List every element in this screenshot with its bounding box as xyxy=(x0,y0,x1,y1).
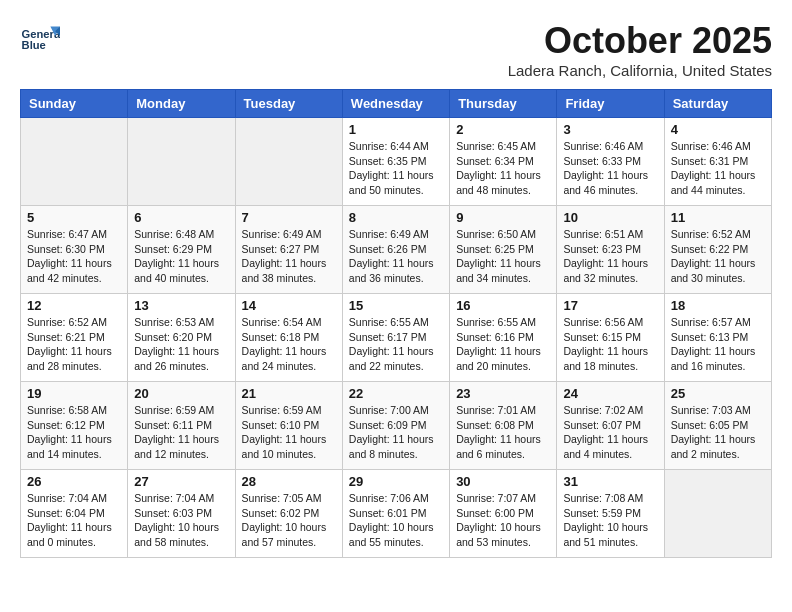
calendar-week-row: 1Sunrise: 6:44 AM Sunset: 6:35 PM Daylig… xyxy=(21,118,772,206)
weekday-header-row: SundayMondayTuesdayWednesdayThursdayFrid… xyxy=(21,90,772,118)
calendar-cell: 29Sunrise: 7:06 AM Sunset: 6:01 PM Dayli… xyxy=(342,470,449,558)
calendar-cell: 10Sunrise: 6:51 AM Sunset: 6:23 PM Dayli… xyxy=(557,206,664,294)
day-info: Sunrise: 6:57 AM Sunset: 6:13 PM Dayligh… xyxy=(671,315,765,374)
day-number: 4 xyxy=(671,122,765,137)
calendar-week-row: 12Sunrise: 6:52 AM Sunset: 6:21 PM Dayli… xyxy=(21,294,772,382)
calendar-cell: 4Sunrise: 6:46 AM Sunset: 6:31 PM Daylig… xyxy=(664,118,771,206)
title-block: October 2025 Ladera Ranch, California, U… xyxy=(508,20,772,79)
day-number: 16 xyxy=(456,298,550,313)
calendar-cell xyxy=(128,118,235,206)
day-info: Sunrise: 6:49 AM Sunset: 6:26 PM Dayligh… xyxy=(349,227,443,286)
calendar-cell: 11Sunrise: 6:52 AM Sunset: 6:22 PM Dayli… xyxy=(664,206,771,294)
day-info: Sunrise: 6:46 AM Sunset: 6:33 PM Dayligh… xyxy=(563,139,657,198)
weekday-header-thursday: Thursday xyxy=(450,90,557,118)
weekday-header-sunday: Sunday xyxy=(21,90,128,118)
calendar-cell: 9Sunrise: 6:50 AM Sunset: 6:25 PM Daylig… xyxy=(450,206,557,294)
day-number: 21 xyxy=(242,386,336,401)
day-info: Sunrise: 6:52 AM Sunset: 6:22 PM Dayligh… xyxy=(671,227,765,286)
day-info: Sunrise: 7:01 AM Sunset: 6:08 PM Dayligh… xyxy=(456,403,550,462)
day-info: Sunrise: 6:46 AM Sunset: 6:31 PM Dayligh… xyxy=(671,139,765,198)
calendar-table: SundayMondayTuesdayWednesdayThursdayFrid… xyxy=(20,89,772,558)
calendar-cell: 23Sunrise: 7:01 AM Sunset: 6:08 PM Dayli… xyxy=(450,382,557,470)
day-number: 8 xyxy=(349,210,443,225)
calendar-cell: 5Sunrise: 6:47 AM Sunset: 6:30 PM Daylig… xyxy=(21,206,128,294)
calendar-cell: 21Sunrise: 6:59 AM Sunset: 6:10 PM Dayli… xyxy=(235,382,342,470)
day-number: 28 xyxy=(242,474,336,489)
day-number: 6 xyxy=(134,210,228,225)
day-info: Sunrise: 6:53 AM Sunset: 6:20 PM Dayligh… xyxy=(134,315,228,374)
weekday-header-saturday: Saturday xyxy=(664,90,771,118)
day-number: 31 xyxy=(563,474,657,489)
calendar-cell: 17Sunrise: 6:56 AM Sunset: 6:15 PM Dayli… xyxy=(557,294,664,382)
day-number: 7 xyxy=(242,210,336,225)
day-info: Sunrise: 6:45 AM Sunset: 6:34 PM Dayligh… xyxy=(456,139,550,198)
day-number: 14 xyxy=(242,298,336,313)
day-number: 17 xyxy=(563,298,657,313)
calendar-cell: 12Sunrise: 6:52 AM Sunset: 6:21 PM Dayli… xyxy=(21,294,128,382)
calendar-cell: 7Sunrise: 6:49 AM Sunset: 6:27 PM Daylig… xyxy=(235,206,342,294)
location-title: Ladera Ranch, California, United States xyxy=(508,62,772,79)
day-number: 18 xyxy=(671,298,765,313)
day-info: Sunrise: 7:03 AM Sunset: 6:05 PM Dayligh… xyxy=(671,403,765,462)
day-number: 15 xyxy=(349,298,443,313)
calendar-week-row: 19Sunrise: 6:58 AM Sunset: 6:12 PM Dayli… xyxy=(21,382,772,470)
day-number: 13 xyxy=(134,298,228,313)
day-number: 1 xyxy=(349,122,443,137)
calendar-cell: 14Sunrise: 6:54 AM Sunset: 6:18 PM Dayli… xyxy=(235,294,342,382)
day-number: 30 xyxy=(456,474,550,489)
calendar-cell xyxy=(21,118,128,206)
calendar-cell: 27Sunrise: 7:04 AM Sunset: 6:03 PM Dayli… xyxy=(128,470,235,558)
weekday-header-wednesday: Wednesday xyxy=(342,90,449,118)
weekday-header-monday: Monday xyxy=(128,90,235,118)
page-header: General Blue October 2025 Ladera Ranch, … xyxy=(20,20,772,79)
day-info: Sunrise: 6:47 AM Sunset: 6:30 PM Dayligh… xyxy=(27,227,121,286)
calendar-cell: 6Sunrise: 6:48 AM Sunset: 6:29 PM Daylig… xyxy=(128,206,235,294)
calendar-cell: 31Sunrise: 7:08 AM Sunset: 5:59 PM Dayli… xyxy=(557,470,664,558)
calendar-cell: 15Sunrise: 6:55 AM Sunset: 6:17 PM Dayli… xyxy=(342,294,449,382)
calendar-cell xyxy=(664,470,771,558)
day-number: 24 xyxy=(563,386,657,401)
day-info: Sunrise: 6:58 AM Sunset: 6:12 PM Dayligh… xyxy=(27,403,121,462)
calendar-cell: 19Sunrise: 6:58 AM Sunset: 6:12 PM Dayli… xyxy=(21,382,128,470)
day-info: Sunrise: 6:48 AM Sunset: 6:29 PM Dayligh… xyxy=(134,227,228,286)
calendar-cell: 26Sunrise: 7:04 AM Sunset: 6:04 PM Dayli… xyxy=(21,470,128,558)
calendar-cell xyxy=(235,118,342,206)
day-info: Sunrise: 7:04 AM Sunset: 6:04 PM Dayligh… xyxy=(27,491,121,550)
day-info: Sunrise: 6:59 AM Sunset: 6:11 PM Dayligh… xyxy=(134,403,228,462)
day-number: 23 xyxy=(456,386,550,401)
day-info: Sunrise: 7:08 AM Sunset: 5:59 PM Dayligh… xyxy=(563,491,657,550)
weekday-header-friday: Friday xyxy=(557,90,664,118)
day-info: Sunrise: 6:52 AM Sunset: 6:21 PM Dayligh… xyxy=(27,315,121,374)
day-info: Sunrise: 7:04 AM Sunset: 6:03 PM Dayligh… xyxy=(134,491,228,550)
day-number: 25 xyxy=(671,386,765,401)
day-info: Sunrise: 6:50 AM Sunset: 6:25 PM Dayligh… xyxy=(456,227,550,286)
calendar-cell: 22Sunrise: 7:00 AM Sunset: 6:09 PM Dayli… xyxy=(342,382,449,470)
calendar-cell: 8Sunrise: 6:49 AM Sunset: 6:26 PM Daylig… xyxy=(342,206,449,294)
day-info: Sunrise: 6:51 AM Sunset: 6:23 PM Dayligh… xyxy=(563,227,657,286)
day-info: Sunrise: 6:44 AM Sunset: 6:35 PM Dayligh… xyxy=(349,139,443,198)
calendar-cell: 3Sunrise: 6:46 AM Sunset: 6:33 PM Daylig… xyxy=(557,118,664,206)
weekday-header-tuesday: Tuesday xyxy=(235,90,342,118)
calendar-cell: 30Sunrise: 7:07 AM Sunset: 6:00 PM Dayli… xyxy=(450,470,557,558)
calendar-cell: 24Sunrise: 7:02 AM Sunset: 6:07 PM Dayli… xyxy=(557,382,664,470)
day-info: Sunrise: 7:02 AM Sunset: 6:07 PM Dayligh… xyxy=(563,403,657,462)
calendar-cell: 2Sunrise: 6:45 AM Sunset: 6:34 PM Daylig… xyxy=(450,118,557,206)
logo-icon: General Blue xyxy=(20,20,60,60)
calendar-cell: 28Sunrise: 7:05 AM Sunset: 6:02 PM Dayli… xyxy=(235,470,342,558)
svg-text:Blue: Blue xyxy=(22,39,46,51)
day-number: 26 xyxy=(27,474,121,489)
day-info: Sunrise: 6:55 AM Sunset: 6:17 PM Dayligh… xyxy=(349,315,443,374)
calendar-cell: 16Sunrise: 6:55 AM Sunset: 6:16 PM Dayli… xyxy=(450,294,557,382)
month-title: October 2025 xyxy=(508,20,772,62)
day-number: 29 xyxy=(349,474,443,489)
day-number: 5 xyxy=(27,210,121,225)
calendar-week-row: 5Sunrise: 6:47 AM Sunset: 6:30 PM Daylig… xyxy=(21,206,772,294)
day-info: Sunrise: 7:05 AM Sunset: 6:02 PM Dayligh… xyxy=(242,491,336,550)
day-number: 10 xyxy=(563,210,657,225)
calendar-week-row: 26Sunrise: 7:04 AM Sunset: 6:04 PM Dayli… xyxy=(21,470,772,558)
day-info: Sunrise: 7:07 AM Sunset: 6:00 PM Dayligh… xyxy=(456,491,550,550)
calendar-cell: 13Sunrise: 6:53 AM Sunset: 6:20 PM Dayli… xyxy=(128,294,235,382)
day-info: Sunrise: 6:59 AM Sunset: 6:10 PM Dayligh… xyxy=(242,403,336,462)
day-info: Sunrise: 6:54 AM Sunset: 6:18 PM Dayligh… xyxy=(242,315,336,374)
day-number: 12 xyxy=(27,298,121,313)
